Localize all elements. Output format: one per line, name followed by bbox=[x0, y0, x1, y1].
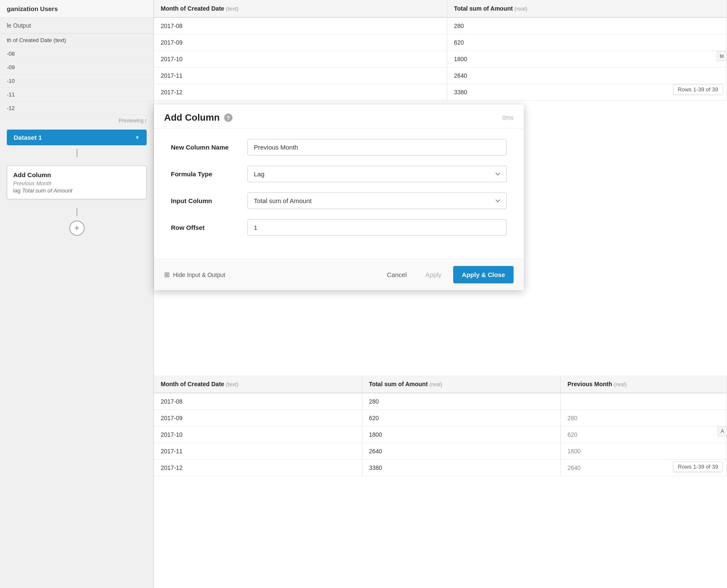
table-row: 2017-09 620 bbox=[154, 34, 727, 51]
sidebar-row-10: -10 bbox=[0, 74, 153, 88]
dataset-block[interactable]: Dataset 1 ▼ bbox=[7, 130, 147, 145]
table-icon: ⊞ bbox=[164, 271, 170, 279]
connector-line-2 bbox=[77, 208, 77, 216]
formula-type-select[interactable]: Lag bbox=[247, 166, 507, 182]
new-column-name-input[interactable] bbox=[247, 139, 507, 155]
top-rows-badge: Rows 1-39 of 39 bbox=[673, 84, 723, 95]
form-row-formula: Formula Type Lag bbox=[171, 166, 507, 182]
sidebar-row-08: -08 bbox=[0, 47, 153, 61]
table-row: 2017-08 280 bbox=[154, 17, 727, 34]
sidebar-col-date: th of Created Date (text) bbox=[0, 34, 153, 47]
sidebar-row-12: -12 bbox=[0, 102, 153, 115]
table-row: 2017-08 280 bbox=[154, 393, 727, 410]
sidebar-row-09: -09 bbox=[0, 61, 153, 74]
add-column-dialog: Add Column ? 0ms New Column Name Formula… bbox=[154, 105, 524, 290]
row-offset-input[interactable] bbox=[247, 219, 507, 236]
bottom-table-col1-header: Month of Created Date (text) bbox=[154, 376, 362, 393]
connector-line bbox=[77, 149, 77, 157]
sidebar-row-11: -11 bbox=[0, 88, 153, 102]
bottom-table-area: Month of Created Date (text) Total sum o… bbox=[154, 376, 727, 588]
table-row: 2017-11 2640 1800 bbox=[154, 443, 727, 460]
bottom-table: Month of Created Date (text) Total sum o… bbox=[154, 376, 727, 476]
dialog-header: Add Column ? 0ms bbox=[154, 105, 524, 129]
sidebar: ganization Users le Output th of Created… bbox=[0, 0, 154, 588]
pipeline-node-detail: lag Total sum of Amount bbox=[13, 187, 140, 194]
cancel-button[interactable]: Cancel bbox=[380, 267, 414, 283]
footer-actions: Cancel Apply Apply & Close bbox=[380, 266, 514, 283]
apply-close-button[interactable]: Apply & Close bbox=[453, 266, 514, 283]
form-row-input-col: Input Column Total sum of Amount bbox=[171, 192, 507, 209]
dialog-footer: ⊞ Hide Input & Output Cancel Apply Apply… bbox=[154, 259, 524, 290]
table-row: 2017-11 2640 bbox=[154, 68, 727, 84]
help-icon[interactable]: ? bbox=[224, 113, 233, 122]
input-column-label: Input Column bbox=[171, 197, 247, 204]
bottom-table-col3-header: Previous Month (real) bbox=[560, 376, 727, 393]
table-row: 2017-09 620 280 bbox=[154, 410, 727, 427]
a-badge: A bbox=[718, 426, 727, 436]
dataset-arrow-icon: ▼ bbox=[135, 135, 140, 141]
table-row: 2017-12 3380 2640 bbox=[154, 460, 727, 476]
table-row: 2017-10 1800 bbox=[154, 51, 727, 68]
formula-type-label: Formula Type bbox=[171, 170, 247, 178]
apply-button[interactable]: Apply bbox=[419, 267, 449, 283]
form-row-name: New Column Name bbox=[171, 139, 507, 155]
row-offset-label: Row Offset bbox=[171, 224, 247, 231]
bottom-table-col2-header: Total sum of Amount (real) bbox=[362, 376, 560, 393]
dialog-timing: 0ms bbox=[503, 114, 514, 121]
pipeline-node-subtitle: Previous Month bbox=[13, 180, 140, 187]
table-row: 2017-12 3380 bbox=[154, 84, 727, 101]
top-table: Month of Created Date (text) Total sum o… bbox=[154, 0, 727, 101]
top-table-col1-header: Month of Created Date (text) bbox=[154, 0, 447, 17]
previewing-label: Previewing r bbox=[0, 115, 153, 126]
input-column-select[interactable]: Total sum of Amount bbox=[247, 192, 507, 209]
te-badge: te bbox=[717, 51, 727, 61]
dialog-title: Add Column ? bbox=[164, 112, 233, 123]
dialog-body: New Column Name Formula Type Lag Input C… bbox=[154, 129, 524, 259]
add-node-button[interactable]: + bbox=[69, 220, 85, 236]
new-column-name-label: New Column Name bbox=[171, 144, 247, 151]
hide-input-output[interactable]: ⊞ Hide Input & Output bbox=[164, 271, 225, 279]
sidebar-org-users: ganization Users bbox=[0, 0, 153, 18]
sidebar-le-output[interactable]: le Output bbox=[0, 18, 153, 34]
top-table-col2-header: Total sum of Amount (real) bbox=[447, 0, 727, 17]
bottom-rows-badge: Rows 1-39 of 39 bbox=[673, 461, 723, 472]
table-row: 2017-10 1800 620 bbox=[154, 427, 727, 443]
pipeline-node-add-column[interactable]: Add Column Previous Month lag Total sum … bbox=[7, 166, 147, 199]
form-row-row-offset: Row Offset bbox=[171, 219, 507, 236]
pipeline-node-title: Add Column bbox=[13, 171, 140, 178]
